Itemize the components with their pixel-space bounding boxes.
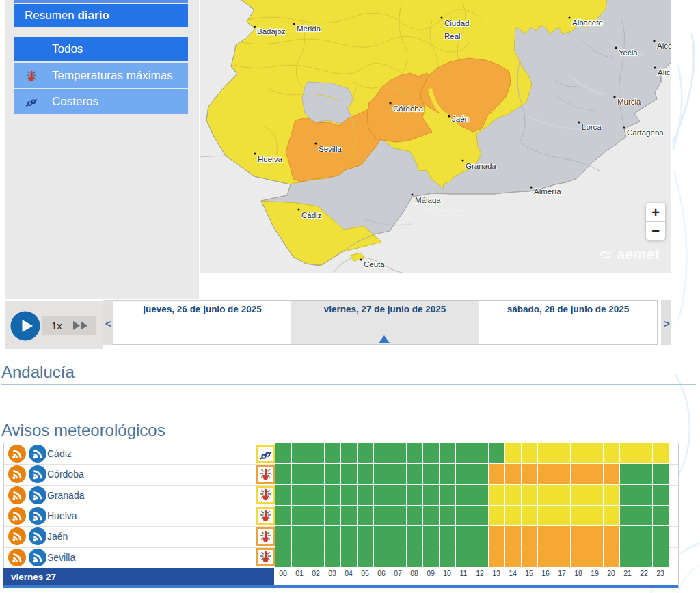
svg-text:Granada: Granada (466, 162, 496, 170)
svg-text:Alicante: Alicante (658, 68, 671, 77)
svg-text:Jaén: Jaén (452, 115, 469, 123)
svg-text:Real: Real (444, 32, 461, 40)
svg-text:Huelva: Huelva (258, 155, 282, 163)
svg-text:Córdoba: Córdoba (393, 105, 424, 113)
svg-text:Yecla: Yecla (619, 49, 638, 57)
svg-text:Mérida: Mérida (297, 25, 321, 33)
svg-text:Alcoy: Alcoy (657, 42, 671, 50)
svg-text:Lorca: Lorca (582, 123, 602, 131)
svg-text:Málaga: Málaga (415, 196, 441, 204)
svg-text:Albacete: Albacete (572, 18, 603, 27)
svg-text:Cádiz: Cádiz (301, 211, 322, 219)
svg-text:Cartagena: Cartagena (627, 128, 664, 137)
svg-text:Badajoz: Badajoz (257, 27, 286, 36)
svg-text:Ciudad: Ciudad (444, 19, 469, 27)
svg-text:Sevilla: Sevilla (319, 145, 342, 153)
svg-text:Almería: Almería (534, 187, 561, 195)
svg-text:Murcia: Murcia (617, 98, 641, 106)
svg-text:Ceuta: Ceuta (364, 260, 385, 268)
